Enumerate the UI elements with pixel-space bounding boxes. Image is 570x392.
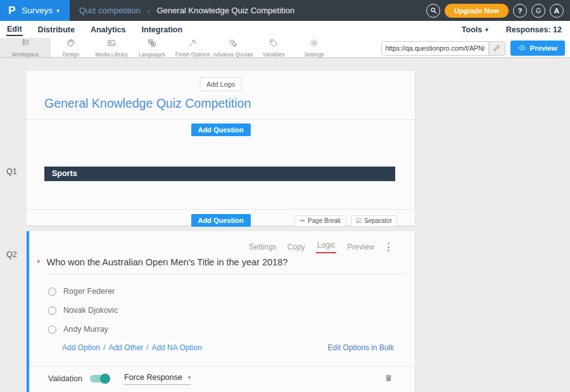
add-question-button-between[interactable]: Add Question xyxy=(191,214,250,227)
survey-title[interactable]: General Knowledge Quiz Competition xyxy=(44,96,251,111)
breadcrumb-separator: › xyxy=(148,7,150,15)
questionpro-survey-editor: P Surveys ▾ Quiz competition › General K… xyxy=(0,0,570,392)
toolbar-item-finish-options[interactable]: Finish Options xyxy=(172,38,213,57)
tools-label: Tools xyxy=(462,25,482,34)
separator-button[interactable]: ☑ Separator xyxy=(351,215,397,227)
question-copy-link[interactable]: Copy xyxy=(288,243,305,251)
question-preview-link[interactable]: Preview xyxy=(347,243,374,251)
separator-label: Separator xyxy=(364,217,392,224)
question-card-q2: Settings Copy Logic Preview * Who won th… xyxy=(27,231,415,392)
toolbar-item-label: Finish Options xyxy=(175,51,210,58)
chevron-down-icon: ▾ xyxy=(485,27,488,33)
survey-header-card: Add Logo General Knowledge Quiz Competit… xyxy=(27,71,415,225)
preview-button[interactable]: Preview xyxy=(510,41,565,56)
divider xyxy=(27,119,415,120)
survey-nav: Edit Distribute Analytics Integration To… xyxy=(0,21,570,38)
add-option-link[interactable]: Add Option xyxy=(62,343,100,352)
delete-question-button[interactable] xyxy=(384,373,393,385)
question-text-row: * Who won the Australian Open Men's Titl… xyxy=(37,257,405,274)
add-other-link[interactable]: Add Other xyxy=(108,343,143,352)
app-logo-area[interactable]: P Surveys ▾ xyxy=(0,0,70,21)
edit-url-button[interactable] xyxy=(488,42,505,55)
option-links-row: Add Option / Add Other / Add NA Option E… xyxy=(62,343,394,352)
page-break-label: Page Break xyxy=(308,217,341,224)
edit-options-in-bulk-link[interactable]: Edit Options in Bulk xyxy=(327,343,394,352)
add-na-option-link[interactable]: Add NA Option xyxy=(151,343,201,352)
tag-icon xyxy=(269,39,278,50)
breadcrumb: Quiz competition › General Knowledge Qui… xyxy=(79,6,294,15)
survey-url-input[interactable] xyxy=(382,42,488,55)
validation-type-dropdown[interactable]: Force Response ▾ xyxy=(124,373,191,385)
tab-integration[interactable]: Integration xyxy=(141,24,184,35)
pencil-icon xyxy=(493,44,500,53)
question-text-input[interactable]: Who won the Australian Open Men's Title … xyxy=(46,257,405,274)
scissors-icon: ✂ xyxy=(300,217,305,224)
toolbar-item-workspace[interactable]: Workspace xyxy=(0,38,51,57)
toolbar-item-label: Design xyxy=(63,51,79,58)
toolbar-item-media-library[interactable]: Media Library xyxy=(91,38,132,57)
palette-icon xyxy=(66,39,75,50)
tab-distribute[interactable]: Distribute xyxy=(37,24,75,35)
toolbar-item-label: Media Library xyxy=(95,51,128,58)
divider xyxy=(27,209,415,210)
question-number-q2: Q2 xyxy=(6,250,17,259)
answer-option[interactable]: Andy Murray xyxy=(48,320,118,339)
option-label[interactable]: Novak Djokovic xyxy=(63,306,118,315)
chevron-down-icon: ▾ xyxy=(188,374,191,381)
required-asterisk: * xyxy=(37,257,40,274)
add-logo-button[interactable]: Add Logo xyxy=(200,77,242,91)
chevron-down-icon: ▾ xyxy=(56,8,60,14)
breadcrumb-parent-link[interactable]: Quiz competition xyxy=(79,6,141,15)
answer-option[interactable]: Roger Federer xyxy=(48,282,118,301)
question-actions: Settings Copy Logic Preview xyxy=(249,241,392,253)
workspace-icon xyxy=(21,39,30,50)
help-button[interactable]: ? xyxy=(513,4,527,18)
surveys-menu[interactable]: Surveys ▾ xyxy=(22,6,59,15)
divider xyxy=(29,366,415,367)
magic-wand-icon xyxy=(188,39,197,50)
responses-count[interactable]: Responses: 12 xyxy=(506,25,562,34)
tab-edit[interactable]: Edit xyxy=(6,23,23,36)
tab-analytics[interactable]: Analytics xyxy=(90,24,127,35)
question-logic-link[interactable]: Logic xyxy=(316,241,337,253)
validation-toggle[interactable] xyxy=(90,375,109,383)
validation-row: Validation Force Response ▾ xyxy=(48,370,393,387)
topbar: P Surveys ▾ Quiz competition › General K… xyxy=(0,0,570,21)
toolbar-item-design[interactable]: Design xyxy=(51,38,91,57)
section-tools: ✂ Page Break ☑ Separator xyxy=(294,215,397,227)
notifications-button[interactable] xyxy=(531,4,545,18)
surveys-menu-label: Surveys xyxy=(22,6,53,15)
toolbar-item-variables[interactable]: Variables xyxy=(253,38,294,57)
upgrade-now-button[interactable]: Upgrade Now xyxy=(445,4,509,18)
checkbox-checked-icon: ☑ xyxy=(356,217,362,224)
validation-label: Validation xyxy=(48,374,82,383)
answer-option[interactable]: Novak Djokovic xyxy=(48,301,118,320)
toolbar-item-label: Advance Quotas xyxy=(213,51,253,58)
search-icon xyxy=(430,7,437,14)
avatar[interactable]: A xyxy=(550,4,564,18)
toolbar-item-languages[interactable]: Languages xyxy=(132,38,172,57)
radio-button-icon[interactable] xyxy=(48,326,56,334)
page-break-button[interactable]: ✂ Page Break xyxy=(294,215,346,227)
subnav-right: Tools ▾ Responses: 12 xyxy=(462,25,570,34)
gear-icon xyxy=(310,39,319,50)
answer-options: Roger Federer Novak Djokovic Andy Murray xyxy=(48,282,118,339)
search-button[interactable] xyxy=(426,4,440,18)
editor-toolbar: Workspace Design Media Library Languages… xyxy=(0,38,570,58)
radio-button-icon[interactable] xyxy=(48,288,56,296)
question-settings-link[interactable]: Settings xyxy=(249,243,276,251)
toolbar-right: Preview xyxy=(381,41,565,56)
q1-section-heading[interactable]: Sports xyxy=(44,167,395,181)
chain-link-icon xyxy=(229,39,238,50)
add-question-button-top[interactable]: Add Question xyxy=(191,123,250,136)
radio-button-icon[interactable] xyxy=(48,307,56,315)
toolbar-item-label: Workspace xyxy=(12,51,39,58)
more-options-icon[interactable] xyxy=(385,241,392,253)
translate-icon xyxy=(148,39,156,50)
survey-canvas: Q1 Q2 Add Logo General Knowledge Quiz Co… xyxy=(0,58,570,392)
toolbar-item-settings[interactable]: Settings xyxy=(294,38,334,57)
option-label[interactable]: Andy Murray xyxy=(63,325,108,334)
tools-dropdown[interactable]: Tools ▾ xyxy=(462,25,488,34)
toolbar-item-advance-quotas[interactable]: Advance Quotas xyxy=(213,38,253,57)
option-label[interactable]: Roger Federer xyxy=(63,287,115,296)
